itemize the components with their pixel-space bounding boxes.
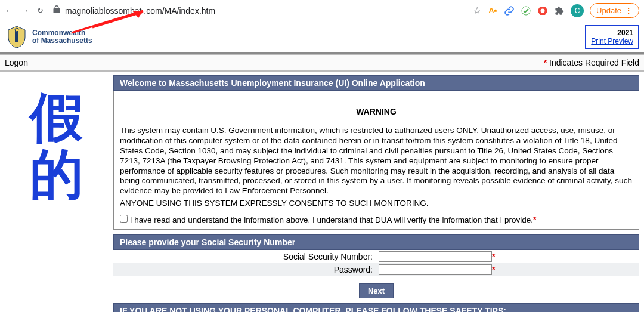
- credentials-form: Social Security Number: * Password: *: [113, 250, 639, 276]
- overlay-fake-label: 假 的: [0, 72, 113, 312]
- ssn-input[interactable]: [379, 251, 492, 262]
- consent-monitoring-line: ANYONE USING THIS SYSTEM EXPRESSLY CONSE…: [120, 199, 633, 208]
- warning-heading: WARNING: [120, 107, 633, 116]
- consent-checkbox[interactable]: [120, 215, 128, 223]
- extension-a-icon[interactable]: A±: [487, 5, 498, 16]
- bookmark-star-icon[interactable]: ☆: [473, 5, 481, 16]
- extensions-puzzle-icon[interactable]: [554, 5, 565, 16]
- logon-row: Logon * Indicates Required Field: [0, 54, 644, 72]
- print-preview-link[interactable]: Print Preview: [591, 37, 633, 45]
- logon-label: Logon: [5, 58, 28, 67]
- year-label: 2021: [591, 29, 633, 37]
- ssn-section-title: Please provide your Social Security Numb…: [113, 234, 639, 250]
- extension-adblock-icon[interactable]: [537, 5, 548, 16]
- svg-point-4: [15, 28, 18, 32]
- svg-rect-3: [15, 31, 18, 42]
- ssn-label: Social Security Number:: [113, 250, 376, 263]
- back-icon[interactable]: ←: [5, 6, 13, 15]
- password-input[interactable]: [379, 264, 492, 275]
- welcome-section-title: Welcome to Massachusetts Unemployment In…: [113, 75, 639, 91]
- update-button[interactable]: Update ⋮: [590, 3, 639, 18]
- next-button[interactable]: Next: [359, 283, 394, 298]
- lock-icon: [53, 5, 60, 16]
- warning-body-text: This system may contain U.S. Government …: [120, 126, 633, 196]
- extension-check-icon[interactable]: [521, 5, 531, 16]
- site-header: Commonwealth of Massachusetts 2021 Print…: [0, 21, 644, 54]
- warning-panel: WARNING This system may contain U.S. Gov…: [113, 91, 639, 230]
- state-seal-icon: [6, 25, 27, 49]
- consent-label: I have read and understand the informati…: [130, 215, 533, 224]
- brand-line-2: of Massachusetts: [32, 37, 92, 45]
- required-note: * Indicates Required Field: [544, 58, 639, 67]
- password-label: Password:: [113, 263, 376, 276]
- address-bar[interactable]: magnoliablossombat .com/MA/index.htm: [49, 5, 467, 16]
- extension-link-icon[interactable]: [504, 5, 515, 16]
- forward-icon[interactable]: →: [21, 6, 29, 15]
- reload-icon[interactable]: ↻: [37, 6, 44, 15]
- safety-tips-title: IF YOU ARE NOT USING YOUR PERSONAL COMPU…: [113, 303, 639, 312]
- browser-toolbar: ← → ↻ magnoliablossombat .com/MA/index.h…: [0, 0, 644, 21]
- more-dots-icon: ⋮: [625, 6, 633, 15]
- url-text: magnoliablossombat .com/MA/index.htm: [65, 6, 215, 16]
- header-right-box: 2021 Print Preview: [585, 25, 639, 49]
- svg-point-2: [541, 8, 545, 13]
- profile-avatar[interactable]: C: [571, 4, 584, 17]
